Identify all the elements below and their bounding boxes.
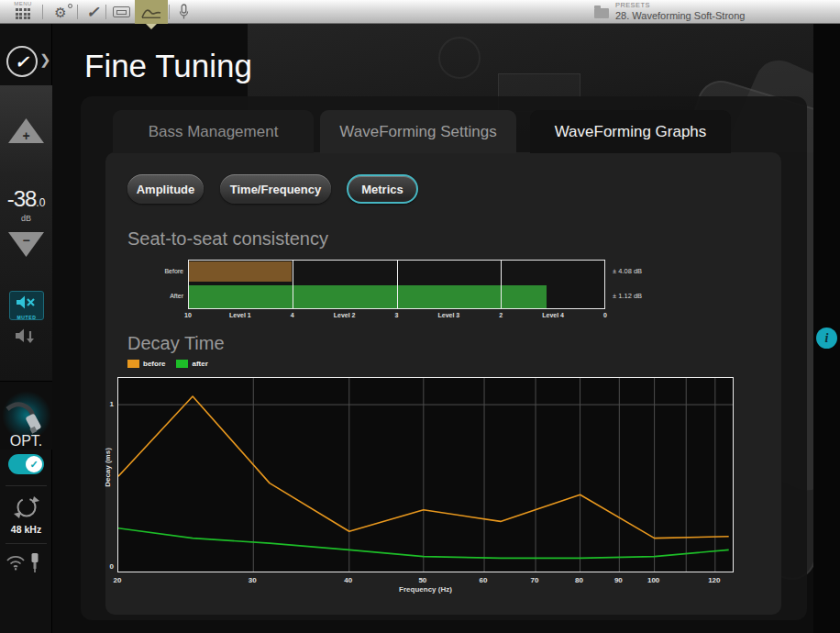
decay-x-tick: 100 <box>647 576 659 584</box>
sync-clock-icon <box>13 494 40 521</box>
decay-y-axis-label: Decay (ms) <box>104 448 112 487</box>
decay-x-tick: 90 <box>614 576 623 584</box>
subtab-metrics-active[interactable]: Metrics <box>347 174 418 204</box>
seat-segment-label: Level 1 <box>229 312 251 318</box>
segment-divider <box>293 261 293 308</box>
bar-after <box>189 285 547 308</box>
seat-axis-tick: 2 <box>499 312 503 318</box>
monitor-icon <box>113 6 130 17</box>
plus-icon: + <box>0 128 52 143</box>
fine-tuning-screen: MENU ⚙ ✓ <box>0 0 840 633</box>
background-device-knob <box>438 37 481 79</box>
chevron-right-icon[interactable]: ❯ <box>39 51 51 68</box>
segment-divider <box>397 261 398 308</box>
volume-section: + -38.0 dB − MUTED <box>0 85 52 381</box>
decay-chart-plot <box>117 377 734 572</box>
toolbar-divider <box>42 5 43 19</box>
segment-divider <box>501 261 502 308</box>
graphs-tool-button-active[interactable] <box>135 0 168 24</box>
seat-axis-tick: 10 <box>184 312 192 318</box>
curve-icon <box>141 6 161 19</box>
gear-icon: ⚙ <box>54 6 66 19</box>
top-toolbar: MENU ⚙ ✓ <box>0 0 840 24</box>
volume-unit: dB <box>0 214 52 223</box>
seat-to-seat-chart <box>188 260 605 309</box>
logo-check-icon: ✓ <box>15 51 29 72</box>
calibration-button[interactable]: ✓ <box>81 0 105 24</box>
wifi-icon[interactable] <box>6 554 26 571</box>
decay-x-tick: 40 <box>344 576 352 584</box>
seat-segment-label: Level 4 <box>542 312 564 318</box>
menu-label: MENU <box>9 1 37 6</box>
subtab-amplitude[interactable]: Amplitude <box>127 174 204 204</box>
legend-swatch-after <box>176 360 188 368</box>
decay-chart-title: Decay Time <box>127 333 225 354</box>
optical-label: OPT. <box>0 433 52 450</box>
volume-dim-button[interactable] <box>12 326 41 346</box>
seat-annotation-before: ± 4.08 dB <box>613 267 642 275</box>
decay-x-tick: 50 <box>418 576 426 584</box>
sidebar-divider <box>6 543 47 544</box>
decay-legend: before after <box>127 360 219 368</box>
decay-y-tick: 1 <box>101 400 114 408</box>
muted-label: MUTED <box>10 315 43 320</box>
mic-plug-icon[interactable] <box>29 552 40 574</box>
subtab-time-frequency[interactable]: Time/Frequency <box>220 174 331 204</box>
menu-button[interactable]: MENU <box>9 0 37 24</box>
decay-x-tick: 80 <box>575 576 583 584</box>
volume-readout: -38.0 <box>0 186 52 212</box>
brand-logo[interactable]: ✓ <box>6 46 38 77</box>
seat-row-label-after: After <box>142 293 183 299</box>
page-title: Fine Tuning <box>84 48 252 84</box>
decay-x-axis-label: Frequency (Hz) <box>117 585 734 594</box>
display-button[interactable] <box>109 0 133 24</box>
mute-button[interactable]: MUTED <box>9 291 44 320</box>
preset-value: 28. Waveforming Soft-Strong <box>615 10 745 22</box>
active-tool-pointer-icon <box>146 24 157 29</box>
decay-x-tick: 20 <box>114 576 122 584</box>
legend-swatch-before <box>127 360 139 368</box>
toolbar-divider <box>105 5 106 19</box>
speaker-muted-icon <box>16 294 38 310</box>
seat-segment-label: Level 3 <box>438 312 460 318</box>
decay-x-tick: 120 <box>708 576 720 584</box>
tab-waveforming-settings[interactable]: WaveForming Settings <box>320 110 516 153</box>
left-sidebar: ✓ ❯ + -38.0 dB − MUTED <box>0 24 52 633</box>
decay-y-tick: 0 <box>101 562 114 571</box>
presets-label: PRESETS <box>615 2 745 10</box>
seat-segment-label: Level 2 <box>334 312 356 318</box>
toolbar-divider <box>169 5 170 19</box>
sidebar-divider <box>6 485 47 486</box>
status-icons: ON <box>0 547 52 583</box>
minus-icon: − <box>0 233 52 248</box>
tab-bass-management[interactable]: Bass Management <box>113 110 314 153</box>
legend-label-before: before <box>143 360 165 368</box>
seat-annotation-after: ± 1.12 dB <box>613 292 642 300</box>
checkmark-icon: ✓ <box>86 3 99 22</box>
seat-axis-tick: 4 <box>291 312 294 318</box>
microphone-icon <box>179 4 189 21</box>
seat-row-label-before: Before <box>142 268 183 274</box>
tab-waveforming-graphs[interactable]: WaveForming Graphs <box>530 110 731 153</box>
sample-rate-button[interactable] <box>13 494 40 521</box>
toggle-check-icon: ✓ <box>26 456 42 472</box>
optical-toggle[interactable]: ✓ <box>8 454 44 474</box>
folder-icon <box>594 8 609 18</box>
bar-before <box>189 261 292 282</box>
settings-button[interactable]: ⚙ <box>48 0 73 24</box>
seat-axis-tick: 0 <box>603 312 607 318</box>
legend-label-after: after <box>192 360 207 368</box>
seat-axis-tick: 3 <box>395 312 399 318</box>
decay-x-tick: 70 <box>531 576 539 584</box>
decay-x-tick: 30 <box>249 576 257 584</box>
toolbar-divider <box>77 5 78 19</box>
decay-x-tick: 60 <box>480 576 488 584</box>
gear-small-circle-icon <box>68 4 72 8</box>
speaker-down-icon <box>15 328 39 344</box>
info-button[interactable]: i <box>816 328 837 349</box>
presets-selector[interactable]: PRESETS 28. Waveforming Soft-Strong <box>594 2 745 21</box>
microphone-button[interactable] <box>172 0 194 24</box>
sample-rate-label: 48 kHz <box>0 524 52 535</box>
seat-chart-title: Seat-to-seat consistency <box>127 228 328 250</box>
menu-grid-icon <box>16 8 31 19</box>
